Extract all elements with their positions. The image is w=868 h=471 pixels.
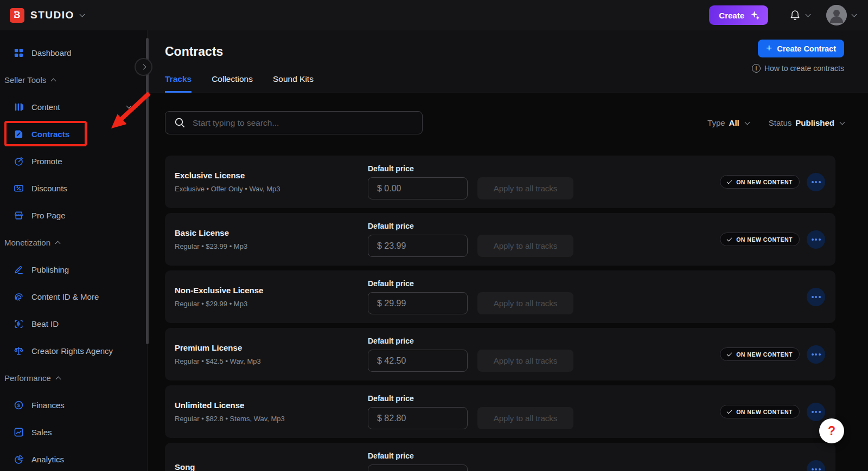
tab-tracks[interactable]: Tracks	[165, 74, 192, 93]
sidebar-section-seller-tools[interactable]: Seller Tools	[0, 66, 147, 93]
sidebar-section-performance[interactable]: Performance	[0, 364, 147, 391]
how-to-create-contracts-link[interactable]: i How to create contracts	[752, 64, 844, 73]
default-price-input[interactable]	[368, 407, 468, 429]
chevron-down-icon	[840, 119, 845, 125]
license-title: Exclusive License	[175, 171, 368, 180]
beatstars-logo: B ★	[10, 8, 24, 23]
check-icon	[727, 408, 732, 414]
license-row: Song Default price	[165, 443, 835, 471]
sidebar-item-label: Contracts	[31, 130, 69, 139]
sidebar-item-promote[interactable]: Promote	[0, 147, 147, 175]
sidebar-item-creator-rights-agency[interactable]: Creator Rights Agency	[0, 337, 147, 364]
fingerprint-icon	[13, 291, 24, 302]
license-subtitle: Regular • $42.5 • Wav, Mp3	[175, 357, 368, 365]
discounts-icon	[13, 183, 24, 194]
storefront-icon	[13, 210, 24, 221]
row-menu-button[interactable]	[807, 345, 825, 364]
sidebar-item-sales[interactable]: Sales	[0, 418, 147, 446]
create-contract-button[interactable]: + Create Contract	[758, 40, 844, 57]
default-price-input[interactable]	[368, 350, 468, 372]
plus-icon: +	[766, 43, 772, 53]
dots-icon	[812, 468, 814, 470]
sidebar-item-label: Discounts	[31, 184, 67, 193]
license-title: Unlimited License	[175, 401, 368, 410]
apply-to-all-tracks-button[interactable]: Apply to all tracks	[477, 350, 573, 372]
sidebar-item-analytics[interactable]: Analytics	[0, 446, 147, 471]
search-input[interactable]	[193, 118, 414, 128]
type-filter[interactable]: Type All	[707, 118, 749, 127]
pen-icon	[13, 264, 24, 275]
license-row: Non-Exclusive License Regular • $29.99 •…	[165, 270, 835, 323]
create-button[interactable]: Create	[709, 5, 768, 25]
license-row: Basic License Regular • $23.99 • Mp3 Def…	[165, 213, 835, 266]
apply-to-all-tracks-button[interactable]: Apply to all tracks	[477, 292, 573, 314]
brand-menu[interactable]: B ★ STUDIO	[10, 8, 84, 23]
default-price-label: Default price	[368, 394, 573, 403]
sidebar-item-discounts[interactable]: Discounts	[0, 175, 147, 202]
sidebar-item-content[interactable]: Content	[0, 93, 147, 120]
chevron-down-icon	[126, 104, 132, 109]
tab-collections[interactable]: Collections	[212, 74, 253, 93]
dots-icon	[812, 181, 814, 183]
sidebar-section-monetization[interactable]: Monetization	[0, 229, 147, 256]
svg-text:$: $	[17, 402, 21, 408]
license-row: Premium License Regular • $42.5 • Wav, M…	[165, 328, 835, 380]
row-menu-button[interactable]	[807, 173, 825, 191]
main-content: Contracts Tracks Collections Sound Kits …	[148, 30, 868, 471]
status-filter[interactable]: Status Published	[769, 118, 844, 127]
sidebar-item-finances[interactable]: $ Finances	[0, 391, 147, 418]
license-title: Non-Exclusive License	[175, 286, 368, 295]
sidebar-item-content-id[interactable]: Content ID & More	[0, 283, 147, 310]
account-menu[interactable]	[826, 5, 856, 25]
row-menu-button[interactable]	[807, 230, 825, 249]
sidebar-item-contracts[interactable]: Contracts	[0, 120, 147, 147]
license-title: Basic License	[175, 228, 368, 237]
chevron-right-icon	[141, 64, 146, 70]
license-title: Premium License	[175, 343, 368, 352]
default-price-input[interactable]	[368, 292, 468, 314]
license-title: Song	[175, 462, 368, 471]
notifications-menu[interactable]	[789, 9, 810, 22]
page-title: Contracts	[165, 44, 223, 59]
sidebar-item-publishing[interactable]: Publishing	[0, 256, 147, 283]
row-menu-button[interactable]	[807, 460, 825, 471]
default-price-label: Default price	[368, 222, 573, 230]
license-row: Unlimited License Regular • $82.8 • Stem…	[165, 385, 835, 438]
sidebar-item-label: Beat ID	[31, 319, 59, 328]
apply-to-all-tracks-button[interactable]: Apply to all tracks	[477, 235, 573, 257]
default-price-input[interactable]	[368, 464, 468, 471]
check-icon	[727, 178, 732, 184]
sidebar-item-dashboard[interactable]: Dashboard	[0, 39, 147, 66]
tab-sound-kits[interactable]: Sound Kits	[273, 74, 314, 93]
on-new-content-badge: ON NEW CONTENT	[720, 233, 800, 246]
filters: Type All Status Published	[707, 118, 844, 127]
sidebar-collapse-button[interactable]	[135, 58, 152, 76]
sparkles-icon	[749, 10, 761, 21]
license-subtitle: Regular • $29.99 • Mp3	[175, 300, 368, 308]
license-subtitle: Exclusive • Offer Only • Wav, Mp3	[175, 185, 368, 193]
apply-to-all-tracks-button[interactable]: Apply to all tracks	[477, 407, 573, 429]
contracts-icon	[13, 128, 24, 140]
chevron-up-icon	[55, 241, 61, 246]
sidebar: Dashboard Seller Tools Content	[0, 30, 148, 471]
chevron-up-icon	[51, 78, 56, 83]
default-price-label: Default price	[368, 279, 573, 288]
row-menu-button[interactable]	[807, 288, 825, 306]
help-button[interactable]: ?	[819, 418, 844, 443]
toolbar: Type All Status Published	[165, 111, 844, 134]
sidebar-item-beat-id[interactable]: Beat ID	[0, 310, 147, 337]
apply-to-all-tracks-button[interactable]: Apply to all tracks	[477, 177, 573, 199]
license-subtitle: Regular • $82.8 • Stems, Wav, Mp3	[175, 415, 368, 423]
sidebar-item-label: Analytics	[31, 455, 64, 464]
default-price-input[interactable]	[368, 177, 468, 199]
dollar-circle-icon: $	[13, 399, 24, 411]
default-price-input[interactable]	[368, 235, 468, 257]
topbar: B ★ STUDIO Create	[0, 0, 868, 30]
sidebar-item-pro-page[interactable]: Pro Page	[0, 202, 147, 229]
row-menu-button[interactable]	[807, 403, 825, 421]
dots-icon	[812, 238, 814, 241]
check-icon	[727, 351, 732, 356]
sidebar-item-label: Sales	[31, 428, 52, 437]
topbar-right: Create	[709, 5, 856, 25]
sidebar-scrollbar[interactable]	[146, 38, 149, 344]
